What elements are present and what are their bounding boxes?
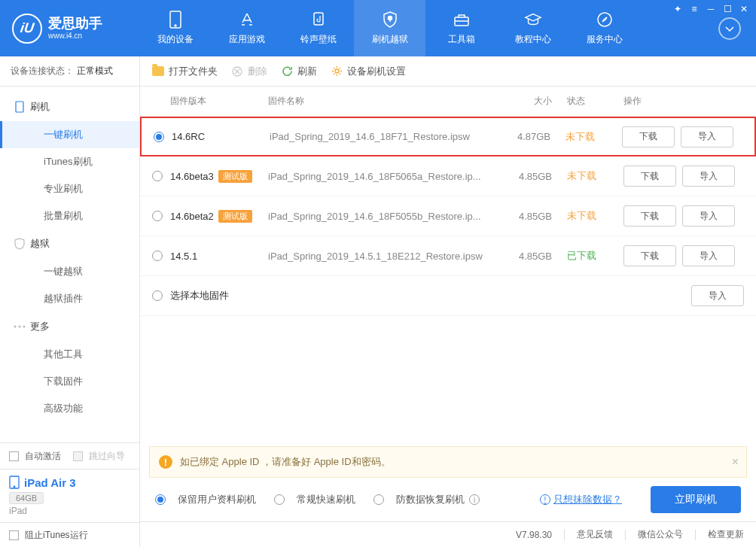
row-radio[interactable] xyxy=(152,251,163,261)
fw-actions: 下载导入 xyxy=(622,126,742,147)
fw-status: 未下载 xyxy=(567,209,623,223)
fw-size: 4.85GB xyxy=(507,171,567,182)
nav-ringtone[interactable]: 铃声壁纸 xyxy=(282,0,354,56)
skip-wizard-checkbox[interactable] xyxy=(73,451,83,461)
svg-point-7 xyxy=(14,326,17,328)
list-icon[interactable]: ≡ xyxy=(687,3,702,15)
auto-activate-checkbox[interactable] xyxy=(9,451,19,461)
phone-icon xyxy=(166,11,184,29)
download-button[interactable]: 下载 xyxy=(623,245,676,266)
import-button[interactable]: 导入 xyxy=(682,166,735,187)
settings-button[interactable]: 设备刷机设置 xyxy=(331,65,406,78)
svg-point-9 xyxy=(23,326,26,328)
close-warning-button[interactable]: × xyxy=(732,455,739,469)
menu-other-tools[interactable]: 其他工具 xyxy=(0,341,139,368)
graduation-icon xyxy=(524,11,542,29)
window-controls: ✦ ≡ ─ ☐ ✕ xyxy=(670,3,751,15)
chevron-down-icon xyxy=(724,23,736,35)
fw-status: 已下载 xyxy=(567,249,623,263)
toolbox-icon xyxy=(453,11,471,29)
svg-point-8 xyxy=(19,326,21,328)
download-button[interactable]: 下载 xyxy=(623,166,676,187)
menu-icon[interactable]: ✦ xyxy=(670,3,685,15)
wechat-link[interactable]: 微信公众号 xyxy=(638,528,683,541)
download-button[interactable]: 下载 xyxy=(622,126,675,147)
nav-tutorial[interactable]: 教程中心 xyxy=(497,0,569,56)
firmware-list: 14.6RCiPad_Spring_2019_14.6_18F71_Restor… xyxy=(140,117,756,440)
more-icon xyxy=(14,321,26,333)
nav-tools[interactable]: 工具箱 xyxy=(425,0,497,56)
top-nav: 我的设备 应用游戏 铃声壁纸 刷机越狱 工具箱 教程中心 服务中心 xyxy=(139,0,640,56)
delete-icon xyxy=(231,65,243,77)
close-button[interactable]: ✕ xyxy=(736,3,751,15)
row-radio[interactable] xyxy=(152,211,163,221)
delete-button[interactable]: 删除 xyxy=(231,65,267,78)
gear-icon xyxy=(331,65,343,77)
fw-status: 未下载 xyxy=(567,169,623,183)
feedback-link[interactable]: 意见反馈 xyxy=(577,528,613,541)
row-radio[interactable] xyxy=(152,290,163,301)
question-icon: ! xyxy=(540,494,550,505)
shield-small-icon xyxy=(14,238,26,250)
import-button[interactable]: 导入 xyxy=(681,126,733,147)
menu-group-flash[interactable]: 刷机 xyxy=(0,93,139,121)
download-button[interactable]: 下载 xyxy=(623,205,676,226)
block-itunes-checkbox[interactable] xyxy=(9,530,19,540)
refresh-button[interactable]: 刷新 xyxy=(281,65,317,78)
menu-advanced[interactable]: 高级功能 xyxy=(0,395,139,422)
app-header: iU 爱思助手 www.i4.cn 我的设备 应用游戏 铃声壁纸 刷机越狱 工具… xyxy=(0,0,756,56)
check-update-link[interactable]: 检查更新 xyxy=(708,528,744,541)
row-radio[interactable] xyxy=(152,171,163,181)
flash-options-bar: 保留用户资料刷机 常规快速刷机 防数据恢复刷机 i ! 只想抹除数据？ 立即刷机 xyxy=(140,478,756,521)
menu-pro-flash[interactable]: 专业刷机 xyxy=(0,175,139,202)
fw-version: 14.6RC xyxy=(172,131,270,142)
menu-download-fw[interactable]: 下载固件 xyxy=(0,368,139,395)
nav-service[interactable]: 服务中心 xyxy=(569,0,640,56)
opt-anti-recovery[interactable]: 防数据恢复刷机 i xyxy=(373,493,480,506)
svg-point-13 xyxy=(335,69,339,73)
import-button[interactable]: 导入 xyxy=(691,285,744,306)
menu-onekey-jailbreak[interactable]: 一键越狱 xyxy=(0,258,139,285)
side-menu: 刷机 一键刷机 iTunes刷机 专业刷机 批量刷机 越狱 一键越狱 越狱插件 … xyxy=(0,87,139,442)
col-status: 状态 xyxy=(567,95,623,108)
device-info[interactable]: iPad Air 3 64GB iPad xyxy=(0,469,139,522)
radio-icon xyxy=(373,494,384,505)
firmware-row[interactable]: 14.6beta2测试版iPad_Spring_2019_14.6_18F505… xyxy=(140,196,756,236)
fw-filename: iPad_Spring_2019_14.5.1_18E212_Restore.i… xyxy=(268,251,507,262)
maximize-button[interactable]: ☐ xyxy=(720,3,735,15)
firmware-row[interactable]: 14.6beta3测试版iPad_Spring_2019_14.6_18F506… xyxy=(140,157,756,196)
col-size: 大小 xyxy=(507,95,567,108)
menu-group-more[interactable]: 更多 xyxy=(0,312,139,341)
shield-icon xyxy=(381,11,399,29)
sync-button[interactable] xyxy=(718,17,741,40)
import-button[interactable]: 导入 xyxy=(682,205,735,226)
nav-flash[interactable]: 刷机越狱 xyxy=(354,0,425,56)
erase-data-link[interactable]: ! 只想抹除数据？ xyxy=(540,493,622,506)
nav-apps[interactable]: 应用游戏 xyxy=(211,0,282,56)
firmware-row[interactable]: 14.5.1iPad_Spring_2019_14.5.1_18E212_Res… xyxy=(140,236,756,276)
flash-now-button[interactable]: 立即刷机 xyxy=(651,486,741,513)
firmware-row[interactable]: 14.6RCiPad_Spring_2019_14.6_18F71_Restor… xyxy=(140,117,756,157)
logo-icon: iU xyxy=(12,14,42,44)
import-button[interactable]: 导入 xyxy=(682,245,735,266)
menu-itunes-flash[interactable]: iTunes刷机 xyxy=(0,148,139,175)
refresh-icon xyxy=(281,65,293,77)
open-folder-button[interactable]: 打开文件夹 xyxy=(152,65,218,78)
menu-jailbreak-plugin[interactable]: 越狱插件 xyxy=(0,285,139,312)
info-icon[interactable]: i xyxy=(469,494,480,505)
menu-group-jailbreak[interactable]: 越狱 xyxy=(0,229,139,258)
menu-onekey-flash[interactable]: 一键刷机 xyxy=(0,121,139,148)
opt-normal[interactable]: 常规快速刷机 xyxy=(274,493,355,506)
sidebar: 设备连接状态：正常模式 刷机 一键刷机 iTunes刷机 专业刷机 批量刷机 越… xyxy=(0,56,140,547)
local-firmware-row[interactable]: 选择本地固件导入 xyxy=(140,276,756,316)
opt-keep-data[interactable]: 保留用户资料刷机 xyxy=(155,493,256,506)
svg-point-11 xyxy=(14,486,15,488)
table-header: 固件版本 固件名称 大小 状态 操作 xyxy=(140,87,756,117)
minimize-button[interactable]: ─ xyxy=(703,3,718,15)
fw-actions: 导入 xyxy=(623,285,744,306)
menu-batch-flash[interactable]: 批量刷机 xyxy=(0,202,139,229)
row-radio[interactable] xyxy=(154,132,164,142)
nav-device[interactable]: 我的设备 xyxy=(139,0,211,56)
fw-filename: iPad_Spring_2019_14.6_18F5055b_Restore.i… xyxy=(268,211,507,222)
svg-point-3 xyxy=(388,17,392,20)
